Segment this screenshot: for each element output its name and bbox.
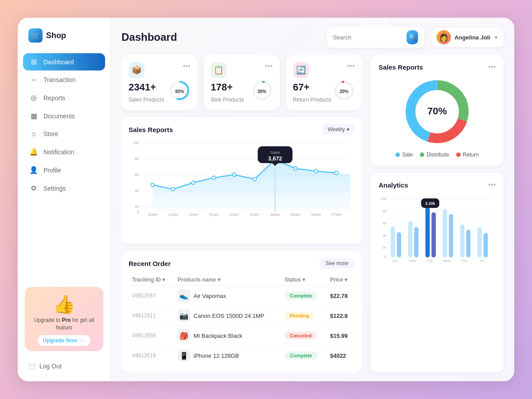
svg-text:2.33k: 2.33k xyxy=(425,201,435,206)
svg-text:06am: 06am xyxy=(311,212,321,217)
status-badge: Complete xyxy=(285,292,317,300)
legend-dot xyxy=(420,153,424,157)
cell-product: 👟 Air Vapomax xyxy=(174,286,281,306)
nav-icon-documents: ▦ xyxy=(29,112,38,120)
svg-text:05am: 05am xyxy=(291,212,301,217)
col-product: Products name ▾ xyxy=(174,274,281,286)
nav-icon-settings: ⚙ xyxy=(29,184,38,192)
see-more-button[interactable]: See more xyxy=(319,258,355,269)
sidebar-item-store[interactable]: ⌂ Store xyxy=(23,125,105,142)
svg-text:20: 20 xyxy=(135,204,139,209)
nav-label-dashboard: Dashboard xyxy=(43,59,74,66)
cell-price: $122.8 xyxy=(326,306,355,326)
legend-item-sale: Sale xyxy=(395,152,413,158)
nav-icon-dashboard: ⊞ xyxy=(29,58,38,66)
product-icon: 📱 xyxy=(178,349,190,362)
main-content: Dashboard 🔍 👩 Angelina Joli ▼ 📦 ••• 2341… xyxy=(111,18,514,381)
analytics-menu[interactable]: ••• xyxy=(488,181,496,189)
stat-icon-sales: 📦 xyxy=(129,62,145,78)
status-badge: Pending xyxy=(285,312,314,320)
svg-point-35 xyxy=(314,169,318,173)
stat-dots-sales[interactable]: ••• xyxy=(183,62,191,70)
sidebar-item-transaction[interactable]: ↔ Transaction xyxy=(23,71,105,88)
search-button[interactable]: 🔍 xyxy=(407,30,418,44)
svg-text:07am: 07am xyxy=(332,212,341,217)
nav-label-settings: Settings xyxy=(43,185,66,192)
sidebar: 🛒 Shop ⊞ Dashboard↔ Transaction◎ Reports… xyxy=(18,18,111,381)
col-tracking: Tracking ID ▾ xyxy=(129,274,174,286)
logout-label: Log Out xyxy=(39,363,62,370)
svg-point-34 xyxy=(294,167,297,170)
left-panel: 📦 ••• 2341+ Sales Products 80% 📋 ••• 178… xyxy=(121,55,362,372)
sidebar-item-documents[interactable]: ▦ Documents xyxy=(23,107,105,125)
stat-card-stock: 📋 ••• 178+ Stok Products 30% xyxy=(203,55,279,110)
svg-text:Fri: Fri xyxy=(480,259,484,263)
cell-tracking: #9812567 xyxy=(129,286,174,306)
legend-label: Return xyxy=(463,152,479,158)
sales-chart-card: Sales Reports Weekly ▾ xyxy=(121,117,362,244)
svg-text:04am: 04am xyxy=(270,212,280,217)
svg-text:Sun: Sun xyxy=(392,259,398,263)
svg-rect-60 xyxy=(408,221,412,257)
status-badge: Complete xyxy=(285,352,317,360)
svg-rect-68 xyxy=(460,224,465,257)
chevron-down-icon: ▼ xyxy=(494,35,498,40)
svg-text:Tuh: Tuh xyxy=(427,259,433,263)
stat-dots-return[interactable]: ••• xyxy=(347,62,355,70)
svg-rect-67 xyxy=(449,214,453,258)
page-title: Dashboard xyxy=(121,31,320,43)
nav-icon-store: ⌂ xyxy=(29,130,38,138)
sidebar-item-dashboard[interactable]: ⊞ Dashboard xyxy=(23,53,105,70)
sidebar-item-settings[interactable]: ⚙ Settings xyxy=(23,180,105,197)
svg-text:40: 40 xyxy=(383,234,387,238)
nav-items: ⊞ Dashboard↔ Transaction◎ Reports▦ Docum… xyxy=(18,53,110,282)
sidebar-item-profile[interactable]: 👤 Profile xyxy=(23,161,105,179)
logout-item[interactable]: ⬚ Log Out xyxy=(18,358,110,374)
svg-text:100: 100 xyxy=(381,197,387,201)
orders-table: Tracking ID ▾ Products name ▾ Status ▾ P… xyxy=(129,274,355,365)
sales-chart-title: Sales Reports xyxy=(129,126,173,133)
svg-text:01am: 01am xyxy=(209,212,219,217)
analytics-card: Analytics ••• 100 80 60 40 20 0 xyxy=(371,173,504,372)
stat-icon-stock: 📋 xyxy=(211,62,227,78)
svg-rect-58 xyxy=(391,226,395,257)
weekly-filter-button[interactable]: Weekly ▾ xyxy=(322,124,355,135)
svg-rect-59 xyxy=(397,232,401,258)
nav-icon-transaction: ↔ xyxy=(29,76,38,84)
svg-point-30 xyxy=(212,176,215,180)
table-row: #9812556 🎒 MI Backpack Black Canceled $1… xyxy=(129,326,355,346)
table-row: #9812567 👟 Air Vapomax Complete $22.78 xyxy=(129,286,355,306)
svg-rect-71 xyxy=(484,233,488,258)
user-profile[interactable]: 👩 Angelina Joli ▼ xyxy=(431,27,504,47)
svg-text:40: 40 xyxy=(135,188,139,193)
logo: 🛒 Shop xyxy=(18,28,110,53)
right-panel: Sales Reports ••• 7 xyxy=(371,55,504,372)
content-body: 📦 ••• 2341+ Sales Products 80% 📋 ••• 178… xyxy=(111,55,514,381)
sidebar-item-reports[interactable]: ◎ Reports xyxy=(23,89,105,106)
nav-label-reports: Reports xyxy=(43,94,65,102)
svg-rect-69 xyxy=(466,230,471,258)
legend-item-return: Return xyxy=(456,152,479,158)
logo-icon: 🛒 xyxy=(28,28,43,43)
svg-rect-66 xyxy=(443,209,447,258)
stat-dots-stock[interactable]: ••• xyxy=(265,62,273,70)
svg-text:3,672: 3,672 xyxy=(268,155,282,162)
nav-label-transaction: Transaction xyxy=(43,76,76,83)
logout-icon: ⬚ xyxy=(29,363,35,370)
svg-point-36 xyxy=(335,171,338,175)
stat-card-sales: 📦 ••• 2341+ Sales Products 80% xyxy=(121,55,197,110)
cell-product: 🎒 MI Backpack Black xyxy=(174,326,281,346)
svg-text:03am: 03am xyxy=(250,212,259,217)
upgrade-button[interactable]: Upgrade Now → xyxy=(38,335,90,346)
stat-cards: 📦 ••• 2341+ Sales Products 80% 📋 ••• 178… xyxy=(121,55,362,110)
donut-card-menu[interactable]: ••• xyxy=(488,63,496,71)
sidebar-item-notification[interactable]: 🔔 Notification xyxy=(23,143,105,160)
svg-rect-70 xyxy=(477,227,482,257)
donut-legend: Sale Distribute Return xyxy=(379,152,496,158)
sales-report-donut-card: Sales Reports ••• 7 xyxy=(371,55,504,166)
analytics-title: Analytics xyxy=(379,181,408,189)
col-price: Price ▾ xyxy=(326,274,355,286)
cell-status: Canceled xyxy=(281,326,327,346)
legend-dot xyxy=(395,153,400,157)
table-row: #9812619 📱 iPhone 12 128GB Complete $402… xyxy=(129,346,355,366)
